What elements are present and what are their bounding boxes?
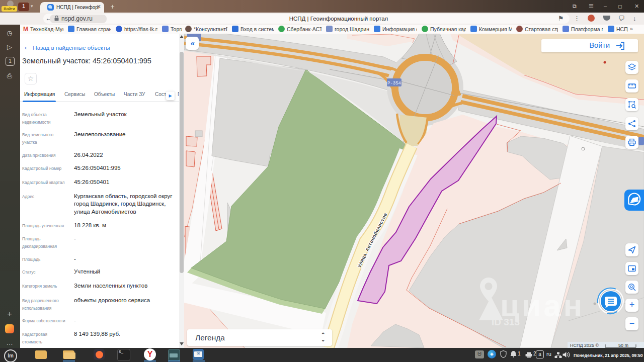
svg-text:Р-354: Р-354	[387, 81, 401, 86]
svg-text:ID 313: ID 313	[492, 317, 520, 327]
